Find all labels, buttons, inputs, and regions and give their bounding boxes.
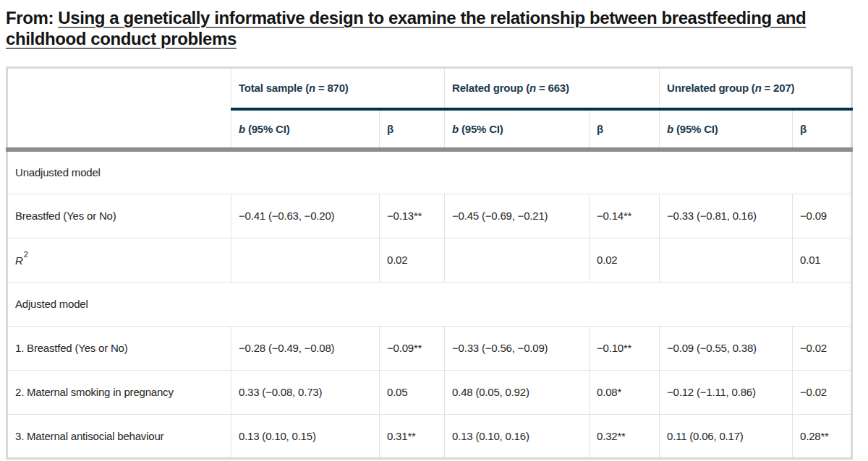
ci-label: (95% CI)	[673, 123, 718, 135]
data-cell: −0.33 (−0.81, 0.16)	[660, 194, 793, 238]
data-cell: −0.14**	[590, 194, 660, 238]
data-cell: 0.48 (0.05, 0.92)	[445, 370, 590, 414]
data-cell: −0.02	[793, 326, 852, 370]
section-label: Unadjusted model	[7, 150, 852, 194]
subheader-b-ci: b (95% CI)	[660, 109, 793, 150]
data-cell: −0.45 (−0.69, −0.21)	[445, 194, 590, 238]
ci-label: (95% CI)	[245, 123, 290, 135]
section-row-adjusted-model: Adjusted model	[7, 282, 852, 326]
ci-label: (95% CI)	[459, 123, 503, 135]
data-cell: −0.09	[793, 194, 852, 238]
table-body: Unadjusted model Breastfed (Yes or No) −…	[7, 150, 852, 458]
data-cell	[660, 238, 793, 282]
row-label: Breastfed (Yes or No)	[7, 194, 231, 238]
n-symbol: n	[529, 82, 536, 94]
data-cell: −0.12 (−1.11, 0.86)	[660, 370, 793, 414]
n-symbol: n	[755, 82, 762, 94]
subheader-beta: β	[380, 109, 445, 150]
table-row-breastfed: Breastfed (Yes or No) −0.41 (−0.63, −0.2…	[7, 194, 852, 238]
table-row-3-maternal-antisocial: 3. Maternal antisocial behaviour 0.13 (0…	[7, 414, 852, 458]
group-header-row: Total sample (n = 870) Related group (n …	[7, 67, 852, 109]
data-cell: −0.09**	[380, 326, 445, 370]
section-row-unadjusted-model: Unadjusted model	[7, 150, 852, 194]
subheader-b-ci: b (95% CI)	[231, 109, 380, 150]
data-cell: 0.02	[380, 238, 445, 282]
b-symbol: b	[239, 123, 245, 135]
data-cell: −0.13**	[380, 194, 445, 238]
group-label-count: = 870)	[315, 82, 349, 94]
data-cell: 0.05	[380, 370, 445, 414]
data-cell: 0.33 (−0.08, 0.73)	[231, 370, 380, 414]
table-row-1-breastfed: 1. Breastfed (Yes or No) −0.28 (−0.49, −…	[7, 326, 852, 370]
data-cell: −0.02	[793, 370, 852, 414]
group-header-related-group: Related group (n = 663)	[445, 67, 660, 109]
section-label: Adjusted model	[7, 282, 852, 326]
data-cell: 0.11 (0.06, 0.17)	[660, 414, 793, 458]
r-symbol: R	[15, 254, 23, 267]
data-cell: −0.41 (−0.63, −0.20)	[231, 194, 380, 238]
data-cell: 0.08*	[590, 370, 660, 414]
table-header: Total sample (n = 870) Related group (n …	[7, 67, 852, 150]
b-symbol: b	[667, 123, 673, 135]
corner-cell	[7, 67, 231, 150]
subheader-beta: β	[793, 109, 852, 150]
regression-results-table: Total sample (n = 870) Related group (n …	[6, 66, 853, 460]
group-label: Unrelated group (	[667, 82, 755, 94]
group-label: Related group (	[452, 82, 529, 94]
row-label: 1. Breastfed (Yes or No)	[7, 326, 231, 370]
table-row-r-squared: R2 0.02 0.02 0.01	[7, 238, 852, 282]
subheader-b-ci: b (95% CI)	[445, 109, 590, 150]
row-label: 2. Maternal smoking in pregnancy	[7, 370, 231, 414]
group-label: Total sample (	[239, 82, 309, 94]
data-cell: −0.10**	[590, 326, 660, 370]
data-cell: −0.28 (−0.49, −0.08)	[231, 326, 380, 370]
figure-source-heading: From: Using a genetically informative de…	[6, 7, 838, 50]
row-label: R2	[7, 238, 231, 282]
superscript-2: 2	[24, 250, 28, 259]
data-cell: −0.09 (−0.55, 0.38)	[660, 326, 793, 370]
data-cell: 0.13 (0.10, 0.16)	[445, 414, 590, 458]
data-cell: 0.01	[793, 238, 852, 282]
data-cell: 0.02	[590, 238, 660, 282]
group-label-count: = 207)	[762, 82, 795, 94]
group-label-count: = 663)	[536, 82, 569, 94]
group-header-unrelated-group: Unrelated group (n = 207)	[660, 67, 852, 109]
data-cell: 0.28**	[793, 414, 852, 458]
data-cell	[445, 238, 590, 282]
data-cell: 0.13 (0.10, 0.15)	[231, 414, 380, 458]
group-header-total-sample: Total sample (n = 870)	[231, 67, 445, 109]
row-label: 3. Maternal antisocial behaviour	[7, 414, 231, 458]
subheader-beta: β	[590, 109, 660, 150]
article-title-link[interactable]: Using a genetically informative design t…	[6, 8, 806, 48]
n-symbol: n	[309, 82, 315, 94]
table-row-2-maternal-smoking: 2. Maternal smoking in pregnancy 0.33 (−…	[7, 370, 852, 414]
data-cell: −0.33 (−0.56, −0.09)	[445, 326, 590, 370]
data-cell	[231, 238, 380, 282]
from-label: From:	[6, 8, 58, 27]
b-symbol: b	[452, 123, 459, 135]
data-cell: 0.32**	[590, 414, 660, 458]
data-cell: 0.31**	[380, 414, 445, 458]
